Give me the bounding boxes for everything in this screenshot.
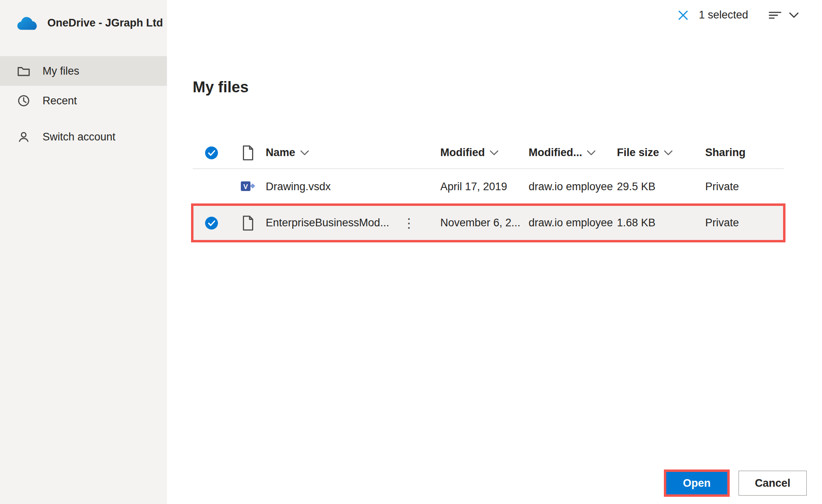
sidebar-item-recent[interactable]: Recent xyxy=(0,86,167,116)
file-modified-by: draw.io employee xyxy=(529,181,617,193)
open-button-highlight-annotation: Open xyxy=(664,469,730,497)
row-checkbox-cell[interactable] xyxy=(193,216,230,230)
file-size: 29.5 KB xyxy=(617,181,705,193)
svg-text:V: V xyxy=(243,183,248,191)
sidebar-item-my-files[interactable]: My files xyxy=(0,56,167,86)
file-type-cell: V xyxy=(230,179,266,195)
selection-toolbar: 1 selected xyxy=(677,9,799,21)
file-modified: April 17, 2019 xyxy=(440,181,529,193)
generic-file-icon xyxy=(242,215,254,231)
table-row-selected[interactable]: EnterpriseBusinessMod... ⋮ November 6, 2… xyxy=(193,205,784,241)
person-icon xyxy=(17,130,31,144)
onedrive-logo-icon xyxy=(17,15,39,30)
document-icon xyxy=(242,145,254,161)
clear-selection-icon[interactable] xyxy=(677,9,689,21)
sort-view-control[interactable] xyxy=(768,10,799,20)
file-sharing: Private xyxy=(705,181,784,193)
sidebar-item-label: My files xyxy=(43,65,79,77)
sidebar-item-switch-account[interactable]: Switch account xyxy=(0,122,167,152)
file-table: Name Modified Modified... File size Shar… xyxy=(193,137,784,241)
column-header-sharing[interactable]: Sharing xyxy=(705,146,784,159)
sidebar: OneDrive - JGraph Ltd My files Recent Sw… xyxy=(0,0,167,504)
select-all-cell[interactable] xyxy=(193,146,230,160)
file-size: 1.68 KB xyxy=(617,217,705,229)
sidebar-nav: My files Recent Switch account xyxy=(0,56,167,152)
app-title: OneDrive - JGraph Ltd xyxy=(47,17,163,29)
column-header-file-size[interactable]: File size xyxy=(617,146,705,159)
file-name[interactable]: Drawing.vsdx xyxy=(266,181,440,193)
sidebar-item-label: Switch account xyxy=(43,131,116,143)
chevron-down-icon xyxy=(664,150,673,156)
table-row[interactable]: V Drawing.vsdx April 17, 2019 draw.io em… xyxy=(193,169,784,205)
file-modified-by: draw.io employee xyxy=(529,217,617,229)
dialog-footer: Open Cancel xyxy=(664,469,807,497)
clock-icon xyxy=(17,94,31,108)
cancel-button[interactable]: Cancel xyxy=(739,471,807,496)
chevron-down-icon xyxy=(587,150,596,156)
chevron-down-icon xyxy=(490,150,498,156)
selection-count: 1 selected xyxy=(699,9,748,21)
file-type-cell xyxy=(230,215,266,231)
file-type-header-cell xyxy=(230,145,266,161)
column-header-modified[interactable]: Modified xyxy=(440,146,529,159)
column-header-modified-by[interactable]: Modified... xyxy=(529,146,617,159)
open-button[interactable]: Open xyxy=(666,472,727,494)
row-checked-icon[interactable] xyxy=(205,216,218,230)
main-panel: 1 selected My files xyxy=(167,0,822,504)
sidebar-item-label: Recent xyxy=(43,95,77,107)
column-header-name[interactable]: Name xyxy=(266,146,440,159)
chevron-down-icon xyxy=(300,150,309,156)
folder-icon xyxy=(17,64,31,78)
visio-file-icon: V xyxy=(240,179,256,195)
file-modified: November 6, 2... xyxy=(440,217,529,229)
row-more-options-icon[interactable]: ⋮ xyxy=(403,217,415,230)
select-all-checked-icon[interactable] xyxy=(205,146,218,160)
sidebar-header: OneDrive - JGraph Ltd xyxy=(0,0,167,30)
page-title: My files xyxy=(193,79,248,96)
sort-lines-icon xyxy=(768,10,782,20)
file-name[interactable]: EnterpriseBusinessMod... ⋮ xyxy=(266,217,440,230)
file-sharing: Private xyxy=(705,217,784,229)
table-header-row: Name Modified Modified... File size Shar… xyxy=(193,137,784,169)
chevron-down-icon xyxy=(789,12,799,18)
